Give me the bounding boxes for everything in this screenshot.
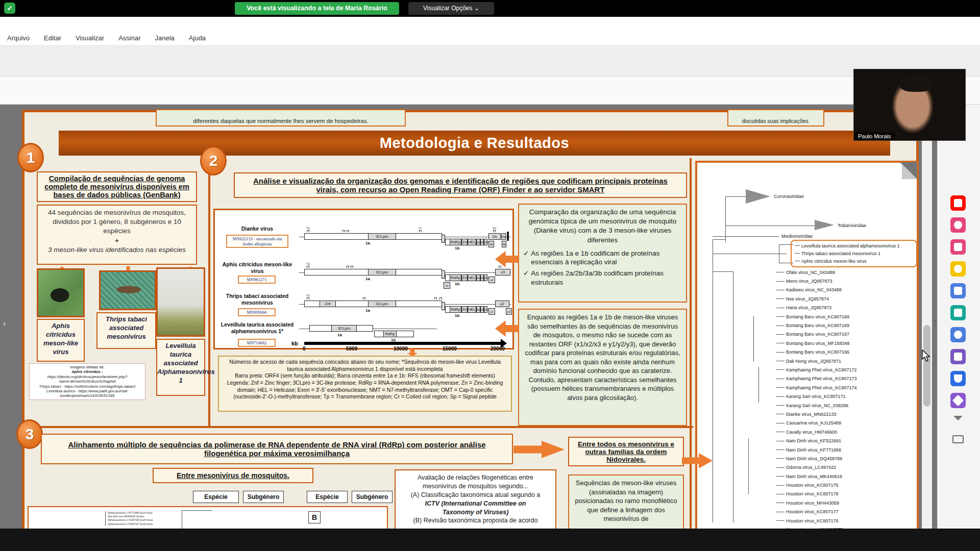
phylogenetic-tree-panel: Coronaviridae Tobaniviridae Medionivirid… bbox=[695, 161, 919, 529]
divider bbox=[690, 158, 692, 529]
arrow-right-icon bbox=[513, 441, 565, 458]
mini-phylogenetic-tree: Alphamesonivirus 1 KF771866 South Korea … bbox=[28, 506, 388, 529]
participant-video[interactable]: Paulo Morais bbox=[853, 69, 966, 141]
more-tools-chevron-icon[interactable] bbox=[953, 416, 963, 421]
tree-taxon: Bontang Baru virus_KC807166 bbox=[776, 348, 857, 357]
tree-taxon: Odorna virus_LC497422 bbox=[776, 463, 857, 472]
tree-taxon: Hana virus_JQ957872 bbox=[776, 304, 857, 312]
menu-editar[interactable]: Editar bbox=[44, 34, 61, 42]
tree-taxon: Nam Dinh virus_MK440619 bbox=[776, 472, 857, 481]
view-options-button[interactable]: Visualizar Opções ⌄ bbox=[408, 2, 494, 15]
tree-taxon: Kamphaeng Phet virus_KC807173 bbox=[776, 374, 857, 383]
tabbar: Início Ferramentas XII Jornadas Científ.… bbox=[0, 45, 980, 77]
tree-taxon: Kadiweu virus_NC_043488 bbox=[776, 286, 857, 294]
tree-taxon: Casuarina virus_KJ125489 bbox=[776, 419, 857, 428]
vertical-scrollbar[interactable] bbox=[922, 105, 932, 529]
photo-caption: Aphis citricidus meson-like virus bbox=[37, 319, 85, 362]
column-header: Espécie bbox=[307, 491, 348, 503]
accession-box: MN909666 bbox=[238, 308, 276, 316]
menu-ajuda[interactable]: Ajuda bbox=[189, 34, 206, 42]
menubar: Arquivo Editar Visualizar Assinar Janela… bbox=[0, 31, 980, 45]
summary-plus: + bbox=[41, 236, 193, 245]
tree-taxon: Bontang Baru virus_KC807168 bbox=[776, 312, 857, 321]
family-label: Coronaviridae bbox=[774, 193, 804, 199]
summary-line-1: 44 sequências de mesonivírus de mosquito… bbox=[41, 208, 193, 236]
menu-arquivo[interactable]: Arquivo bbox=[7, 34, 30, 42]
section-1-summary: 44 sequências de mesonivírus de mosquito… bbox=[37, 205, 197, 265]
family-label: Tobaniviridae bbox=[838, 222, 866, 228]
compress-pdf-icon[interactable] bbox=[950, 327, 966, 342]
tree-taxon-highlighted: Leveillula taurica associated alphameson… bbox=[795, 242, 916, 249]
tree-taxon: Houston virus_KC807175 bbox=[776, 481, 857, 489]
accession-box: MN714662 bbox=[238, 339, 276, 347]
menu-visualizar[interactable]: Visualizar bbox=[76, 34, 104, 42]
tree-taxon: Houston virus_KC807176 bbox=[776, 516, 857, 525]
column-header: Subgénero bbox=[352, 491, 393, 503]
section-2-title: Análise e visualização da organização do… bbox=[234, 172, 687, 198]
accession-box: MN961271 bbox=[238, 276, 276, 284]
tree-taxon: Nam Dinh virus_DQ458789 bbox=[776, 454, 857, 463]
tree-taxon: Karang Sari virus_KC807171 bbox=[776, 392, 857, 400]
diagram-legend: Números de acesso de cada sequência colo… bbox=[218, 356, 512, 412]
mosquitoes-box: Entre mesonivírus de mosquitos. bbox=[153, 468, 313, 483]
virus-name: Thrips tabaci associated mesonivirus bbox=[219, 293, 296, 306]
fill-sign-icon[interactable] bbox=[950, 393, 966, 408]
tree-taxon: Nse virus_JQ957874 bbox=[776, 294, 857, 303]
comparison-box: Comparação da organização de uma sequênc… bbox=[518, 204, 687, 303]
comment-tool-icon[interactable] bbox=[950, 261, 966, 277]
menu-assinar[interactable]: Assinar bbox=[118, 34, 140, 42]
sidebar-chevron-icon[interactable]: ‹ bbox=[3, 319, 6, 328]
family-label: Medioniviridae bbox=[781, 233, 813, 239]
screen-share-banner: Você está visualizando a tela de Maria R… bbox=[235, 2, 399, 15]
genome-diagram: Dianke virus MN622133 - encontrado em Ae… bbox=[213, 209, 514, 349]
tree-taxon: Ngewotan virus_MH215275 bbox=[776, 525, 857, 529]
document-area: diferentes daquelas que normalmente lhes… bbox=[0, 105, 980, 529]
protect-icon[interactable] bbox=[950, 371, 966, 386]
zoom-meeting-bottombar: Configurações de Áudio ⌃ 21 Bate-papo Le… bbox=[0, 529, 980, 551]
export-pdf-icon[interactable] bbox=[950, 195, 966, 211]
tree-taxon: Dak Nong virus_JQ957871 bbox=[776, 357, 857, 365]
tree-taxon: Bontang Baru virus_MF158348 bbox=[776, 339, 857, 347]
divider bbox=[208, 158, 210, 428]
photo-caption: Thrips tabaci associated mesonivirus bbox=[96, 312, 156, 349]
section-1-title: Compilação de sequências de genoma compl… bbox=[37, 171, 197, 202]
coronaviridae-clade-triangle bbox=[746, 189, 770, 204]
tree-taxon: Houston virus_KC807177 bbox=[776, 508, 857, 516]
menu-janela[interactable]: Janela bbox=[155, 34, 175, 42]
tree-taxon: Kamphaeng Phet virus_KC807174 bbox=[776, 383, 857, 392]
edit-pdf-icon[interactable] bbox=[950, 217, 966, 233]
tree-taxon: Dianke virus_MN622133 bbox=[776, 410, 857, 418]
create-pdf-icon[interactable] bbox=[950, 239, 966, 255]
section-3-title: Alinhamento múltiplo de sequências da po… bbox=[41, 434, 513, 464]
summary-line-2: 3 meson-like virus identificados nas esp… bbox=[41, 245, 193, 255]
column-header: Subgénero bbox=[243, 491, 284, 503]
section-1-number: 1 bbox=[17, 143, 44, 172]
scrollbar-thumb[interactable] bbox=[923, 325, 930, 407]
organize-pages-icon[interactable] bbox=[950, 305, 966, 320]
divider bbox=[24, 426, 693, 428]
discussion-box: Enquanto as regiões 1a e 1b de meson-lik… bbox=[518, 309, 687, 426]
tree-taxon: Cavally virus_HM746600 bbox=[776, 428, 857, 436]
share-icon[interactable] bbox=[952, 435, 964, 443]
tree-taxon: Ofale virus_NC_043489 bbox=[776, 268, 857, 277]
avaliacao-box: Avaliação de relações filogenéticas entr… bbox=[395, 469, 556, 529]
tree-taxon-highlighted: Aphis citricidus meson-like virus bbox=[795, 257, 916, 265]
leveillula-photo bbox=[156, 267, 205, 337]
mouse-cursor bbox=[922, 349, 931, 365]
check-icon: ✓ bbox=[523, 249, 529, 267]
virus-name: Aphis citricidus meson-like virus bbox=[219, 261, 296, 274]
participant-name: Paulo Morais bbox=[854, 132, 895, 140]
tree-taxon: Nam Dinh virus_KF522691 bbox=[776, 436, 857, 445]
virus-name: Leveillula taurica associated alphameson… bbox=[219, 321, 296, 334]
thrips-photo bbox=[99, 270, 156, 310]
poster-top-note-right: discutidas suas implicações. bbox=[727, 109, 824, 127]
accession-box: MN622133 - encontrado em Aedes albopictu… bbox=[226, 235, 288, 248]
section-3-number: 3 bbox=[16, 419, 43, 449]
figure-label-b: B bbox=[308, 511, 321, 523]
tree-taxon: Nam Dinh virus_KF771866 bbox=[776, 445, 857, 454]
combine-files-icon[interactable] bbox=[950, 283, 966, 298]
aphis-photo bbox=[37, 268, 85, 317]
zoom-meeting-topbar: ✓ Você está visualizando a tela de Maria… bbox=[0, 0, 980, 17]
redact-icon[interactable] bbox=[950, 349, 966, 364]
tree-taxa-list: Ofale virus_NC_043489Meno virus_JQ957873… bbox=[776, 268, 857, 529]
